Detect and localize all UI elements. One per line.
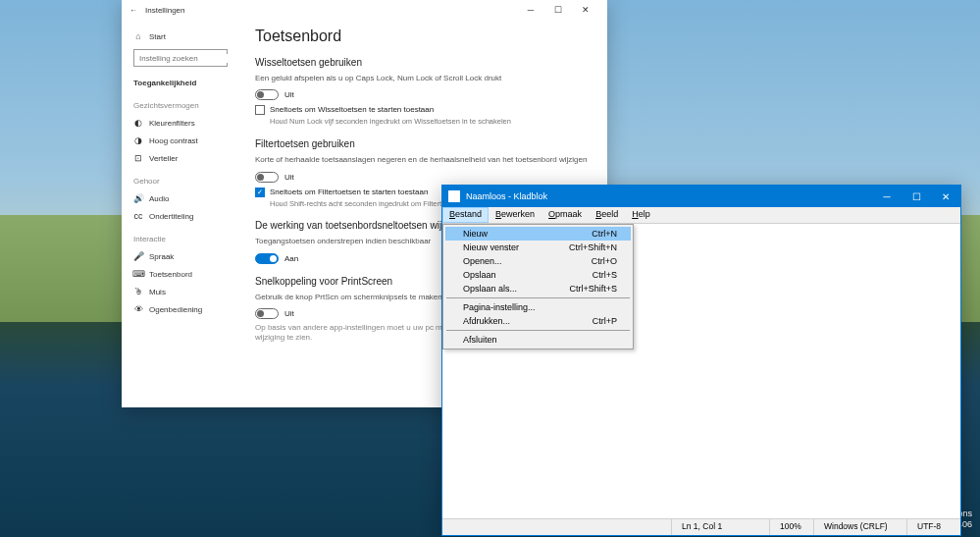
sidebar-item[interactable]: 👁Ogenbediening [133,300,228,318]
maximize-button[interactable]: ☐ [544,0,572,20]
sidebar-group-heading: Gehoor [133,177,228,186]
sidebar-item-icon: 👁 [133,304,143,314]
checkbox-togglekeys-shortcut[interactable]: Sneltoets om Wisseltoetsen te starten to… [255,105,592,115]
sidebar-home[interactable]: ⌂ Start [133,27,228,45]
sidebar-item[interactable]: 🖱Muis [133,283,228,300]
menu-item[interactable]: Afsluiten [445,333,631,347]
notepad-menubar: BestandBewerkenOpmaakBeeldHelp [442,207,960,224]
sidebar-item-label: Muis [149,288,166,296]
sidebar-item-label: Hoog contrast [149,136,198,145]
menu-bestand[interactable]: Bestand [442,207,489,223]
sidebar-item-label: Spraak [149,252,174,261]
sidebar-accessibility[interactable]: Toegankelijkheid [133,75,228,91]
sidebar-item-label: Kleurenfilters [149,119,195,128]
menu-item[interactable]: OpslaanCtrl+S [445,268,631,282]
sidebar-item-icon: 🔊 [133,193,143,203]
sidebar-item-label: Verteller [149,154,178,163]
sidebar-item-icon: 🖱 [133,287,143,296]
toggle-off-icon [255,308,279,319]
sidebar-item[interactable]: ◑Hoog contrast [133,132,228,149]
sidebar-item-label: Audio [149,194,169,203]
toggle-keys-switch[interactable]: Uit [255,89,592,100]
section-heading: Filtertoetsen gebruiken [255,138,592,149]
menu-item[interactable]: Pagina-instelling... [445,300,631,314]
page-title: Toetsenbord [255,27,592,45]
menu-opmaak[interactable]: Opmaak [542,207,589,223]
section-heading: Wisseltoetsen gebruiken [255,57,592,68]
notepad-title: Naamloos - Kladblok [466,191,872,201]
menu-separator [446,330,630,331]
sidebar-item[interactable]: 🔊Audio [133,189,228,207]
menu-item[interactable]: Opslaan als...Ctrl+Shift+S [445,282,631,295]
settings-sidebar: ⌂ Start 🔍 Toegankelijkheid Gezichtsvermo… [122,20,239,407]
status-zoom: 100% [769,519,813,535]
notepad-titlebar[interactable]: Naamloos - Kladblok ─ ☐ ✕ [442,186,960,207]
toggle-off-icon [255,89,279,100]
search-input[interactable] [139,54,239,63]
status-encoding: UTF-8 [906,519,960,535]
menu-item[interactable]: Openen...Ctrl+O [445,254,631,268]
sidebar-item[interactable]: ccOndertiteling [133,207,228,225]
status-eol: Windows (CRLF) [813,519,906,535]
sidebar-item-icon: ⊡ [133,153,143,163]
sidebar-item[interactable]: ⊡Verteller [133,149,228,167]
toggle-on-icon [255,253,279,264]
checkbox-unchecked-icon [255,105,265,115]
sidebar-item-icon: ◑ [133,135,143,145]
sidebar-item-label: Ondertiteling [149,212,193,221]
sidebar-group-heading: Gezichtsvermogen [133,101,228,110]
sidebar-item-icon: ⌨ [133,269,143,279]
toggle-off-icon [255,172,279,183]
notepad-window: Naamloos - Kladblok ─ ☐ ✕ BestandBewerke… [441,185,961,536]
checkbox-checked-icon: ✓ [255,188,265,197]
close-button[interactable]: ✕ [572,0,599,20]
sidebar-item[interactable]: 🎤Spraak [133,247,228,265]
back-icon[interactable]: ← [129,6,137,15]
sidebar-item[interactable]: ◐Kleurenfilters [133,114,228,132]
notepad-statusbar: Ln 1, Col 1 100% Windows (CRLF) UTF-8 [442,518,960,535]
sidebar-item-label: Ogenbediening [149,305,202,314]
menu-item[interactable]: Nieuw vensterCtrl+Shift+N [445,241,631,254]
notepad-icon [448,190,460,202]
home-icon: ⌂ [133,31,143,41]
settings-title: Instellingen [145,6,517,15]
minimize-button[interactable]: ─ [517,0,544,20]
menu-beeld[interactable]: Beeld [589,207,625,223]
sidebar-item-icon: cc [133,211,143,221]
file-menu-dropdown: NieuwCtrl+NNieuw vensterCtrl+Shift+NOpen… [442,224,634,349]
menu-item[interactable]: Afdrukken...Ctrl+P [445,314,631,328]
filter-keys-switch[interactable]: Uit [255,172,592,183]
menu-separator [446,297,630,298]
sidebar-group-heading: Interactie [133,235,228,243]
menu-help[interactable]: Help [625,207,657,223]
sidebar-item-label: Toetsenbord [149,270,192,279]
sidebar-item[interactable]: ⌨Toetsenbord [133,265,228,283]
sidebar-item-icon: ◐ [133,118,143,128]
minimize-button[interactable]: ─ [872,186,902,207]
status-position: Ln 1, Col 1 [671,519,769,535]
settings-titlebar[interactable]: ← Instellingen ─ ☐ ✕ [122,0,607,20]
sidebar-item-icon: 🎤 [133,251,143,261]
maximize-button[interactable]: ☐ [902,186,931,207]
settings-search[interactable]: 🔍 [133,49,228,67]
menu-item[interactable]: NieuwCtrl+N [445,227,631,241]
menu-bewerken[interactable]: Bewerken [489,207,542,223]
close-button[interactable]: ✕ [931,186,960,207]
